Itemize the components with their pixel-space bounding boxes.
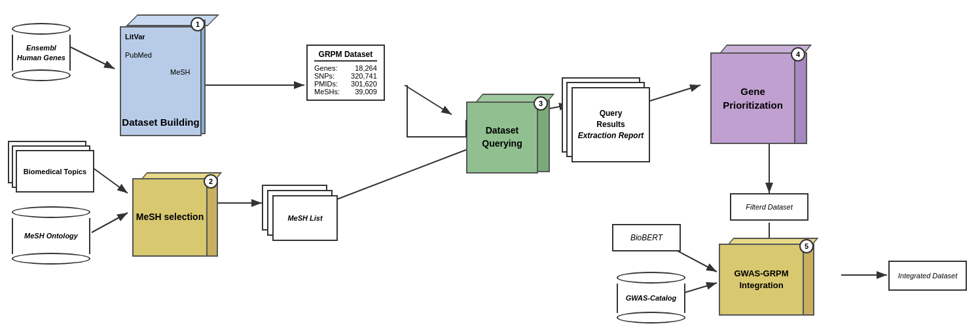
litvar-label: LitVar — [125, 33, 145, 41]
mesh-list-page1: MeSH List — [272, 195, 338, 241]
biomedical-topics-label: Biomedical Topics — [24, 168, 86, 175]
gwas-cat-top-ellipse — [617, 272, 685, 284]
gene-prio-right — [794, 52, 807, 144]
svg-line-12 — [92, 213, 128, 232]
dataset-building-label: Dataset Building — [122, 116, 199, 129]
gwas-catalog-cylinder: GWAS-Catalog — [617, 272, 685, 323]
mesh-sel-front: MeSH selection — [132, 178, 208, 257]
mesh-sel-right — [206, 178, 218, 257]
cylinder-bottom-ellipse — [12, 69, 71, 81]
vertical-line-grpm — [407, 85, 408, 138]
grpm-table-title: GRPM Dataset — [314, 50, 377, 62]
svg-line-11 — [92, 167, 128, 193]
gene-prio-label: Gene Prioritization — [712, 84, 794, 112]
grpm-row-genes: Genes: 18,264 — [314, 64, 377, 72]
gwas-cat-label: GWAS-Catalog — [617, 284, 685, 313]
gwas-grpm-label: GWAS-GRPM Integration — [734, 268, 788, 291]
pubmed-label: PubMed — [125, 51, 152, 59]
step-4-circle: 4 — [791, 47, 805, 62]
mesh-list-label: MeSH List — [287, 214, 322, 222]
grpm-row-pmids: PMIDs: 301,620 — [314, 80, 377, 88]
cylinder-top-ellipse — [12, 23, 71, 35]
step-3-circle: 3 — [534, 96, 548, 111]
horizontal-line-grpm — [407, 136, 467, 138]
mesh-label: MeSH — [170, 68, 191, 76]
ensembl-label: EnsemblHuman Genes — [12, 35, 71, 71]
grpm-table: GRPM Dataset Genes: 18,264 SNPs: 320,741… — [306, 45, 385, 101]
pipeline-diagram: EnsemblHuman Genes LitVar PubMed MeSH Da… — [0, 0, 980, 332]
dataset-querying-front: Dataset Querying — [466, 101, 538, 174]
svg-line-3 — [405, 85, 452, 115]
step-5-circle: 5 — [799, 239, 814, 253]
gene-prio-front: Gene Prioritization — [710, 52, 795, 144]
svg-line-5 — [648, 85, 700, 101]
query-results-page1: Query Results Extraction Report — [572, 87, 650, 162]
gwas-grpm-right — [803, 244, 814, 316]
biomedical-page1: Biomedical Topics — [16, 150, 94, 193]
dataset-querying-right — [537, 100, 550, 172]
filtered-dataset-box: Filterd Dataset — [730, 193, 808, 221]
dataset-building-front-face: LitVar PubMed MeSH Dataset Building — [120, 26, 202, 136]
step-2-circle: 2 — [204, 174, 218, 189]
gwas-cat-bot-ellipse — [617, 312, 685, 323]
mesh-ont-bot-ellipse — [12, 253, 90, 265]
vertical-line2-grpm — [465, 120, 467, 138]
step-1-circle: 1 — [191, 17, 205, 31]
mesh-ont-label: MeSH Ontology — [12, 218, 90, 254]
dataset-querying-label: Dataset Querying — [467, 124, 537, 150]
mesh-selection-label: MeSH selection — [136, 211, 204, 224]
grpm-row-snps: SNPs: 320,741 — [314, 72, 377, 80]
grpm-row-meshs: MeSHs: 39,009 — [314, 88, 377, 96]
svg-line-1 — [71, 47, 115, 69]
biobert-box: BioBERT — [612, 224, 681, 251]
mesh-ont-top-ellipse — [12, 206, 90, 218]
query-results-label: Query Results Extraction Report — [578, 108, 644, 141]
ensembl-cylinder: EnsemblHuman Genes — [12, 23, 71, 81]
svg-line-14 — [327, 144, 481, 203]
mesh-ontology-cylinder: MeSH Ontology — [12, 206, 90, 265]
gwas-grpm-front: GWAS-GRPM Integration — [719, 244, 804, 316]
integrated-dataset-box: Integrated Dataset — [888, 261, 967, 291]
